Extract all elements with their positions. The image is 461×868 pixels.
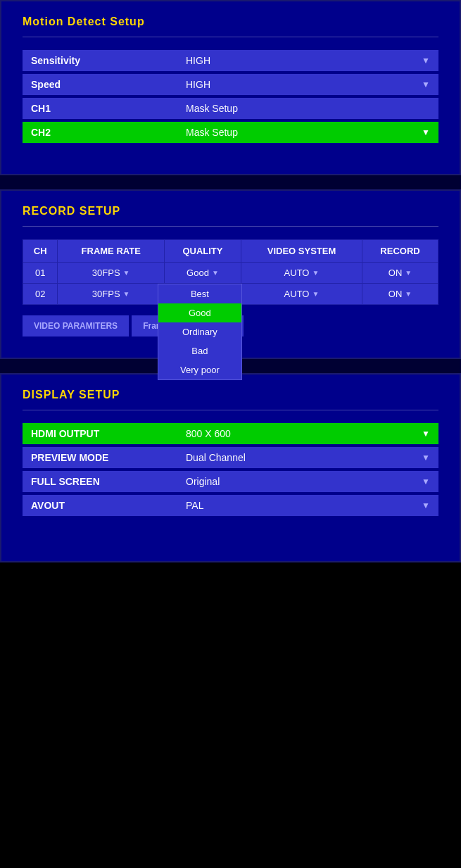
col-videosystem: VIDEO SYSTEM [241, 240, 362, 263]
speed-value-text: HIGH [186, 79, 210, 90]
motion-detect-title: Motion Detect Setup [23, 15, 438, 28]
hdmi-value-text: 800 X 600 [186, 428, 231, 439]
preview-arrow: ▼ [422, 453, 430, 463]
ch2-row: CH2 Mask Setup ▼ [23, 122, 438, 143]
fullscreen-row: FULL SCREEN Original ▼ [23, 471, 438, 492]
speed-label: Speed [23, 74, 177, 95]
record-table: CH FRAME RATE QUALITY VIDEO SYSTEM RECOR… [23, 239, 438, 305]
display-setup-title: DISPLAY SETUP [23, 389, 438, 401]
avout-arrow: ▼ [422, 501, 430, 510]
sensitivity-row: Sensitivity HIGH ▼ [23, 50, 438, 71]
quality-option-good[interactable]: Good [158, 303, 241, 322]
hdmi-value[interactable]: 800 X 600 ▼ [177, 423, 438, 444]
motion-detect-rows: Sensitivity HIGH ▼ Speed HIGH ▼ CH1 Mask… [23, 50, 438, 143]
row02-framerate-arrow: ▼ [123, 290, 130, 298]
row02-videosystem[interactable]: AUTO ▼ [241, 284, 362, 305]
motion-detect-panel: Motion Detect Setup Sensitivity HIGH ▼ S… [0, 0, 461, 175]
ch2-value[interactable]: Mask Setup ▼ [177, 122, 438, 143]
hdmi-row: HDMI OUTPUT 800 X 600 ▼ [23, 423, 438, 444]
row01-quality[interactable]: Good ▼ [164, 263, 241, 284]
sensitivity-value[interactable]: HIGH ▼ [177, 50, 438, 71]
row02-record[interactable]: ON ▼ [362, 284, 438, 305]
row02-videosystem-arrow: ▼ [312, 290, 319, 298]
row01-record-arrow: ▼ [405, 269, 412, 277]
row01-videosystem[interactable]: AUTO ▼ [241, 263, 362, 284]
col-quality: QUALITY [164, 240, 241, 263]
col-framerate: FRAME RATE [58, 240, 164, 263]
sensitivity-value-text: HIGH [186, 55, 210, 66]
display-setup-rows: HDMI OUTPUT 800 X 600 ▼ PREVIEW MODE Dua… [23, 423, 438, 516]
record-row-02: 02 30FPS ▼ Best Best [23, 284, 438, 305]
preview-label: PREVIEW MODE [23, 447, 177, 468]
row01-record[interactable]: ON ▼ [362, 263, 438, 284]
preview-value[interactable]: Dual Channel ▼ [177, 447, 438, 468]
hdmi-label: HDMI OUTPUT [23, 423, 177, 444]
row01-videosystem-arrow: ▼ [312, 269, 319, 277]
row01-quality-arrow: ▼ [212, 269, 219, 277]
quality-option-best[interactable]: Best [158, 284, 241, 303]
speed-arrow: ▼ [422, 80, 430, 89]
row02-ch: 02 [23, 284, 58, 305]
avout-value-text: PAL [186, 500, 203, 511]
record-row-01: 01 30FPS ▼ Good ▼ [23, 263, 438, 284]
speed-row: Speed HIGH ▼ [23, 74, 438, 95]
row02-framerate[interactable]: 30FPS ▼ [58, 284, 164, 305]
quality-dropdown: Best Good Ordinary Bad Very poor [158, 284, 242, 380]
record-table-header: CH FRAME RATE QUALITY VIDEO SYSTEM RECOR… [23, 240, 438, 263]
preview-value-text: Dual Channel [186, 452, 246, 463]
display-setup-panel: DISPLAY SETUP HDMI OUTPUT 800 X 600 ▼ PR… [0, 373, 461, 562]
fullscreen-value[interactable]: Original ▼ [177, 471, 438, 492]
ch2-value-text: Mask Setup [186, 127, 238, 138]
hdmi-arrow: ▼ [422, 429, 430, 439]
row01-framerate-arrow: ▼ [123, 269, 130, 277]
ch1-value[interactable]: Mask Setup [177, 98, 438, 119]
quality-option-bad[interactable]: Bad [158, 341, 241, 360]
row01-framerate[interactable]: 30FPS ▼ [58, 263, 164, 284]
avout-value[interactable]: PAL ▼ [177, 495, 438, 516]
fullscreen-arrow: ▼ [422, 477, 430, 486]
row01-ch: 01 [23, 263, 58, 284]
ch1-row: CH1 Mask Setup [23, 98, 438, 119]
avout-label: AVOUT [23, 495, 177, 516]
col-ch: CH [23, 240, 58, 263]
ch1-label: CH1 [23, 98, 177, 119]
fullscreen-value-text: Original [186, 476, 220, 487]
quality-option-verypoor[interactable]: Very poor [158, 360, 241, 379]
record-setup-title: RECORD SETUP [23, 205, 438, 218]
row02-quality[interactable]: Best Best Good Ordinary Bad Very poor [164, 284, 241, 305]
ch2-arrow: ▼ [422, 127, 430, 137]
preview-row: PREVIEW MODE Dual Channel ▼ [23, 447, 438, 468]
ch1-value-text: Mask Setup [186, 103, 238, 114]
sensitivity-label: Sensitivity [23, 50, 177, 71]
sensitivity-arrow: ▼ [422, 56, 430, 65]
video-parameters-button[interactable]: VIDEO PARAMITERS [23, 315, 129, 336]
ch2-label: CH2 [23, 122, 177, 143]
quality-option-ordinary[interactable]: Ordinary [158, 322, 241, 341]
avout-row: AVOUT PAL ▼ [23, 495, 438, 516]
record-setup-panel: RECORD SETUP CH FRAME RATE QUALITY VIDEO… [0, 189, 461, 359]
col-record: RECORD [362, 240, 438, 263]
row02-record-arrow: ▼ [405, 290, 412, 298]
speed-value[interactable]: HIGH ▼ [177, 74, 438, 95]
fullscreen-label: FULL SCREEN [23, 471, 177, 492]
record-table-wrapper: CH FRAME RATE QUALITY VIDEO SYSTEM RECOR… [23, 239, 438, 305]
